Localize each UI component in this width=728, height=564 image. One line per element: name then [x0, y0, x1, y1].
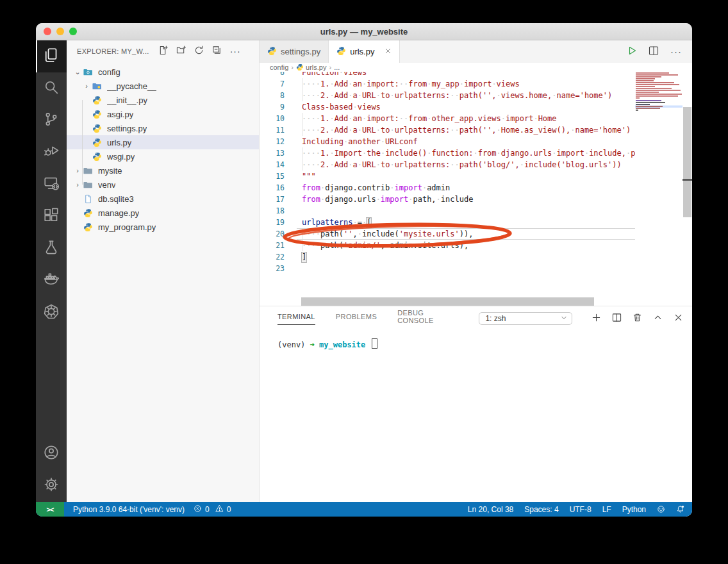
code-line[interactable]: 7····1.·Add·an·import:··from·my_app·impo… [260, 78, 635, 90]
tree-item-manage-py[interactable]: manage.py [67, 206, 259, 220]
editor-horizontal-scrollbar[interactable] [301, 297, 594, 306]
panel-action-new-terminal[interactable] [592, 313, 601, 325]
remote-indicator[interactable]: >< [36, 502, 64, 517]
terminal-content[interactable]: (venv) ➜ my_website [260, 328, 692, 502]
editor-vertical-scrollbar[interactable] [683, 107, 691, 217]
code-line[interactable]: 17from·django.urls·import·path,·include [260, 194, 635, 205]
line-number[interactable]: 21 [260, 240, 297, 251]
explorer-action-new-file[interactable] [158, 46, 168, 58]
activity-item-source-control[interactable] [36, 104, 67, 137]
editor-action-more-actions[interactable]: ··· [670, 46, 682, 58]
close-tab-icon[interactable] [385, 47, 392, 56]
line-number[interactable]: 7 [260, 78, 297, 90]
line-number[interactable]: 11 [260, 124, 297, 136]
breadcrumb-item-urls-py[interactable]: urls.py [296, 63, 326, 71]
status-item-utf-8[interactable]: UTF-8 [570, 505, 592, 514]
code-line[interactable]: 20····path('',·include('mysite.urls')), [260, 228, 635, 240]
panel-tab-problems[interactable]: PROBLEMS [336, 313, 377, 325]
tab-urls-py[interactable]: urls.py [329, 40, 400, 63]
tree-item-urls-py[interactable]: urls.py [67, 135, 259, 149]
breadcrumb-item--[interactable]: ... [334, 63, 340, 71]
code-line[interactable]: 15""" [260, 170, 635, 182]
status-item-lf[interactable]: LF [602, 505, 611, 514]
line-number[interactable]: 13 [260, 147, 297, 159]
activity-item-docker[interactable] [36, 265, 67, 297]
code-line[interactable]: 14····2.·Add·a·URL·to·urlpatterns:··path… [260, 159, 635, 170]
line-number[interactable]: 22 [260, 251, 297, 263]
tree-item-settings-py[interactable]: settings.py [67, 121, 259, 135]
code-line[interactable]: 10····1.·Add·an·import:··from·other_app.… [260, 113, 635, 124]
panel-action-close-panel[interactable] [674, 313, 683, 325]
code-line[interactable]: 19urlpatterns·=·[ [260, 217, 635, 228]
activity-item-search[interactable] [36, 72, 67, 104]
panel-tab-terminal[interactable]: TERMINAL [277, 313, 315, 325]
code-line[interactable]: 16from·django.contrib·import·admin [260, 182, 635, 194]
activity-item-kubernetes[interactable] [36, 297, 67, 329]
tree-item--init-py[interactable]: __init__.py [67, 93, 259, 107]
tree-item-config[interactable]: ⌄config [67, 65, 259, 79]
tree-item-mysite[interactable]: ›mysite [67, 163, 259, 178]
explorer-action-collapse-folders[interactable] [212, 46, 222, 58]
activity-item-settings[interactable] [36, 470, 67, 502]
code-line[interactable]: 23 [260, 263, 635, 274]
status-item-ln-20-col-38[interactable]: Ln 20, Col 38 [468, 505, 513, 514]
tree-item-asgi-py[interactable]: asgi.py [67, 107, 259, 121]
tree-item-wsgi-py[interactable]: wsgi.py [67, 149, 259, 163]
code-line[interactable]: 18 [260, 205, 635, 217]
minimap[interactable] [635, 72, 682, 129]
activity-item-extensions[interactable] [36, 201, 67, 233]
tree-item--pycache-[interactable]: ›__pycache__ [67, 79, 259, 93]
code-line[interactable]: 9Class-based·views [260, 101, 635, 113]
terminal-select[interactable]: 1: zsh [479, 312, 572, 325]
editor-action-run[interactable] [627, 46, 637, 58]
explorer-action-more-actions[interactable]: ··· [230, 46, 241, 57]
line-number[interactable]: 23 [260, 263, 297, 274]
activity-item-run-and-debug[interactable] [36, 137, 67, 169]
code-line[interactable]: 21····path('admin/',·admin.site.urls), [260, 240, 635, 251]
explorer-action-refresh-explorer[interactable] [194, 46, 204, 58]
editor-action-split-editor[interactable] [649, 46, 659, 58]
line-number[interactable]: 9 [260, 101, 297, 113]
problems-status[interactable]: 00 [194, 504, 231, 515]
code-line[interactable]: 11····2.·Add·a·URL·to·urlpatterns:··path… [260, 124, 635, 136]
status-item-python[interactable]: Python [622, 505, 646, 514]
code-editor[interactable]: 6Function·views7····1.·Add·an·import:··f… [260, 72, 692, 306]
line-number[interactable]: 20 [260, 228, 297, 240]
code-line[interactable]: 6Function·views [260, 72, 635, 78]
panel-action-split-terminal[interactable] [612, 313, 622, 325]
line-number[interactable]: 17 [260, 194, 297, 205]
line-number[interactable]: 10 [260, 113, 297, 124]
tree-item-db-sqlite3[interactable]: db.sqlite3 [67, 192, 259, 206]
activity-item-accounts[interactable] [36, 438, 67, 470]
activity-item-explorer[interactable] [36, 40, 67, 72]
tree-item-my-program-py[interactable]: my_program.py [67, 220, 259, 234]
line-number[interactable]: 14 [260, 159, 297, 170]
line-number[interactable]: 16 [260, 182, 297, 194]
line-number[interactable]: 19 [260, 217, 297, 228]
explorer-action-new-folder[interactable] [176, 46, 186, 58]
panel-tab-debug-console[interactable]: DEBUG CONSOLE [397, 309, 458, 329]
activity-item-remote-explorer[interactable] [36, 169, 67, 201]
code-line[interactable]: 8····2.·Add·a·URL·to·urlpatterns:··path(… [260, 90, 635, 101]
line-number[interactable]: 8 [260, 90, 297, 101]
line-number[interactable]: 18 [260, 205, 297, 217]
python-interpreter-status[interactable]: Python 3.9.0 64-bit ('venv': venv) [73, 505, 185, 514]
breadcrumb-item-config[interactable]: config [270, 63, 288, 71]
notifications-bell-icon[interactable] [676, 505, 684, 513]
line-number[interactable]: 6 [260, 72, 297, 78]
tab-settings-py[interactable]: settings.py [260, 40, 329, 63]
code-line[interactable]: 13····1.·Import·the·include()·function:·… [260, 147, 635, 159]
panel-action-kill-terminal[interactable] [633, 313, 642, 325]
code-line[interactable]: 22] [260, 251, 635, 263]
status-item-spaces-4[interactable]: Spaces: 4 [524, 505, 558, 514]
feedback-icon[interactable] [657, 505, 665, 513]
line-number[interactable]: 15 [260, 170, 297, 182]
zoom-window-button[interactable] [69, 28, 77, 35]
panel-action-maximize-panel[interactable] [653, 313, 663, 325]
tree-item-venv[interactable]: ›venv [67, 178, 259, 192]
minimize-window-button[interactable] [56, 28, 64, 35]
line-number[interactable]: 12 [260, 136, 297, 147]
close-window-button[interactable] [44, 28, 51, 35]
activity-item-testing[interactable] [36, 233, 67, 265]
code-line[interactable]: 12Including·another·URLconf [260, 136, 635, 147]
